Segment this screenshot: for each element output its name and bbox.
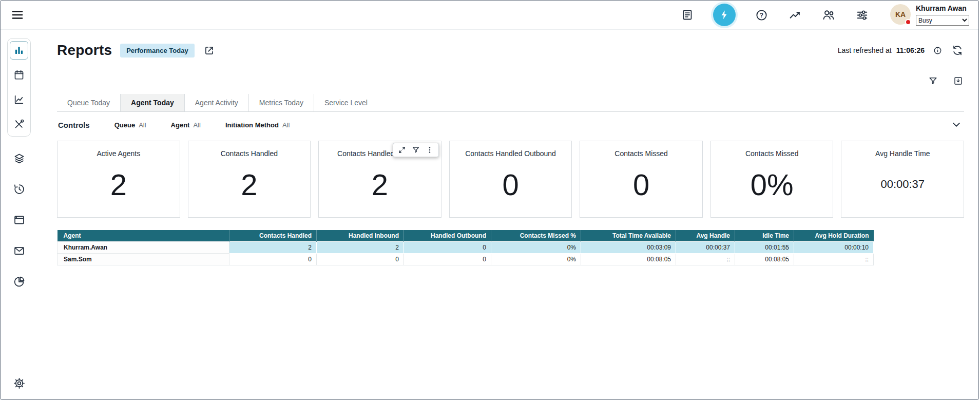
cell: :: — [676, 254, 735, 265]
tab-service-level[interactable]: Service Level — [314, 94, 378, 111]
tab-agent-activity[interactable]: Agent Activity — [185, 94, 249, 111]
column-header-agent[interactable]: Agent — [57, 230, 229, 242]
sidebar-item-mail[interactable] — [10, 241, 28, 260]
line-chart-icon — [789, 9, 801, 22]
info-icon — [933, 46, 942, 55]
filter-value: All — [193, 121, 200, 129]
sidebar-item-tools[interactable] — [10, 115, 28, 133]
status-select[interactable]: Busy — [916, 15, 969, 26]
refresh-status: Last refreshed at 11:06:26 — [838, 44, 964, 57]
filter-initiation-method[interactable]: Initiation Method All — [225, 121, 290, 129]
avatar: KA — [890, 4, 911, 25]
filter-queue[interactable]: Queue All — [114, 121, 146, 129]
kpi-card-contacts-handled-outbound[interactable]: Contacts Handled Outbound 0 — [449, 141, 572, 218]
cell: 00:08:05 — [581, 254, 676, 265]
table-row[interactable]: Khurram.Awan 2 2 0 0% 00:03:09 00:00:37 … — [57, 242, 874, 254]
settings-sliders-button[interactable] — [855, 8, 870, 23]
cell: 00:00:10 — [794, 242, 874, 254]
tab-queue-today[interactable]: Queue Today — [57, 94, 121, 111]
cell: 2 — [317, 242, 404, 254]
refresh-button[interactable] — [951, 44, 964, 57]
expand-card-button[interactable] — [396, 145, 408, 155]
kpi-card-contacts-missed[interactable]: Contacts Missed 0 — [580, 141, 703, 218]
realtime-flash-button[interactable] — [713, 4, 736, 26]
column-header-total-time-available[interactable]: Total Time Available — [581, 230, 676, 242]
column-header-handled-outbound[interactable]: Handled Outbound — [404, 230, 491, 242]
column-header-contacts-handled[interactable]: Contacts Handled — [229, 230, 317, 242]
layers-icon — [13, 152, 25, 164]
sidebar-item-schedule[interactable] — [10, 66, 28, 84]
table-row[interactable]: Sam.Som 0 0 0 0% 00:08:05 :: 00:08:05 :: — [57, 254, 874, 265]
kpi-label: Active Agents — [92, 149, 144, 158]
card-hover-toolbar — [393, 143, 439, 157]
kpi-card-contacts-missed-pct[interactable]: Contacts Missed 0% — [710, 141, 834, 218]
app-window: ? KA Khurram Awan Busy — [0, 0, 979, 400]
filter-value: All — [282, 121, 290, 129]
hamburger-menu-button[interactable] — [10, 7, 25, 23]
history-icon — [13, 183, 25, 195]
table-header-row: Agent Contacts Handled Handled Inbound H… — [57, 230, 874, 242]
cell-agent: Khurram.Awan — [57, 242, 229, 254]
sidebar-item-history[interactable] — [10, 180, 28, 198]
kpi-card-contacts-handled[interactable]: Contacts Handled 2 — [188, 141, 311, 218]
filter-name: Initiation Method — [225, 121, 279, 129]
sidebar-item-historical-metrics[interactable] — [10, 90, 28, 109]
sidebar-item-dashboards[interactable] — [10, 272, 28, 291]
sidebar-item-workspace[interactable] — [10, 211, 28, 229]
mail-icon — [13, 245, 25, 257]
metrics-button[interactable] — [787, 8, 802, 23]
filter-agent[interactable]: Agent All — [171, 121, 201, 129]
topbar: ? KA Khurram Awan Busy — [1, 1, 978, 30]
filter-name: Agent — [171, 121, 190, 129]
cell: 0% — [491, 242, 581, 254]
notes-button[interactable] — [680, 8, 695, 22]
sliders-icon — [856, 9, 869, 22]
column-header-contacts-missed-pct[interactable]: Contacts Missed % — [491, 230, 581, 242]
report-badge[interactable]: Performance Today — [120, 44, 194, 58]
info-button[interactable] — [932, 45, 943, 56]
pie-chart-icon — [13, 276, 25, 288]
column-header-avg-hold-duration[interactable]: Avg Hold Duration — [794, 230, 874, 242]
report-tabs: Queue Today Agent Today Agent Activity M… — [57, 94, 964, 112]
filter-funnel-icon — [412, 146, 420, 154]
card-more-button[interactable] — [424, 145, 436, 155]
user-info: Khurram Awan Busy — [916, 4, 969, 26]
kpi-card-active-agents[interactable]: Active Agents 2 — [57, 141, 180, 218]
sidebar-analytics-group — [7, 38, 31, 137]
kpi-value: 2 — [372, 158, 388, 217]
export-button[interactable] — [952, 75, 964, 87]
agent-table: Agent Contacts Handled Handled Inbound H… — [57, 230, 874, 265]
kpi-card-contacts-handled-inbound[interactable]: Contacts Handled Inbound 2 — [318, 141, 441, 218]
bar-chart-icon — [13, 45, 25, 56]
user-profile[interactable]: KA Khurram Awan Busy — [890, 4, 969, 26]
open-external-button[interactable] — [203, 44, 216, 57]
topbar-actions: ? KA Khurram Awan Busy — [680, 4, 969, 26]
notes-icon — [681, 9, 694, 21]
report-toolbar — [57, 75, 964, 87]
directory-button[interactable] — [821, 7, 836, 23]
sidebar-item-queues[interactable] — [10, 149, 28, 167]
column-header-handled-inbound[interactable]: Handled Inbound — [317, 230, 404, 242]
help-button[interactable]: ? — [754, 8, 769, 23]
collapse-controls-button[interactable] — [950, 118, 963, 131]
card-filter-button[interactable] — [410, 145, 422, 155]
cell: 00:03:09 — [581, 242, 676, 254]
avatar-initials: KA — [895, 10, 906, 18]
page-title: Reports — [57, 42, 112, 59]
tab-metrics-today[interactable]: Metrics Today — [249, 94, 314, 111]
column-header-idle-time[interactable]: Idle Time — [735, 230, 794, 242]
external-link-icon — [204, 45, 215, 56]
kpi-value: 2 — [110, 158, 127, 217]
sidebar-item-settings[interactable] — [10, 374, 28, 392]
kpi-card-avg-handle-time[interactable]: Avg Handle Time 00:00:37 — [841, 141, 964, 218]
tab-agent-today[interactable]: Agent Today — [121, 94, 185, 111]
sidebar-item-reports[interactable] — [10, 41, 28, 60]
kebab-menu-icon — [426, 146, 434, 154]
filter-button[interactable] — [927, 75, 939, 87]
chart-axes-icon — [13, 94, 25, 105]
kpi-value: 00:00:37 — [880, 158, 925, 217]
main-content: Reports Performance Today Last refreshed… — [37, 30, 978, 399]
flash-icon — [719, 9, 730, 21]
column-header-avg-handle[interactable]: Avg Handle — [676, 230, 735, 242]
last-refreshed-time: 11:06:26 — [896, 46, 925, 54]
